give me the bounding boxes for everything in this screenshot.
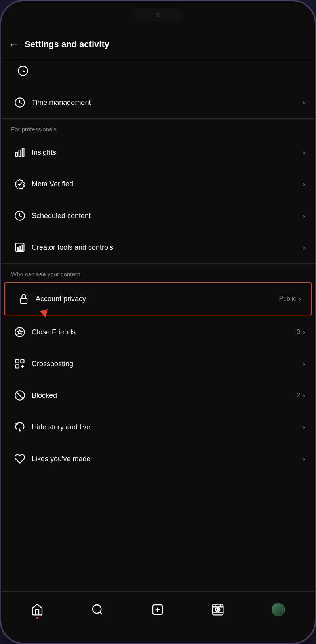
nav-home[interactable] (31, 603, 44, 616)
scheduled-content-label: Scheduled content (32, 212, 303, 220)
creator-tools-icon-container (11, 239, 29, 256)
time-management-right: › (303, 99, 305, 107)
nav-profile[interactable] (272, 603, 285, 616)
back-button[interactable]: ← (9, 39, 19, 50)
hide-story-item[interactable]: Hide story and live › (1, 411, 315, 443)
scheduled-content-chevron: › (303, 212, 305, 220)
svg-rect-13 (16, 360, 19, 363)
account-privacy-right: Public › (279, 295, 301, 303)
star-circle-icon (14, 327, 25, 338)
time-management-chevron: › (303, 99, 305, 107)
clock-partial-icon (17, 65, 29, 76)
close-friends-chevron: › (303, 328, 305, 336)
meta-verified-label: Meta Verified (32, 180, 303, 188)
creator-tools-item[interactable]: Creator tools and controls › (1, 232, 315, 263)
close-friends-item[interactable]: Close Friends 0 › (1, 316, 315, 348)
hide-story-chevron: › (303, 423, 305, 431)
svg-rect-7 (17, 248, 19, 250)
search-icon (91, 603, 104, 616)
time-management-label: Time management (32, 99, 303, 107)
profile-avatar (272, 603, 285, 616)
screen: ← Settings and activity (1, 1, 315, 643)
hide-story-icon-container (11, 418, 29, 436)
svg-point-23 (93, 605, 101, 613)
meta-verified-icon-container (11, 175, 29, 193)
account-privacy-value: Public (279, 295, 296, 302)
blocked-right: 2 › (297, 391, 305, 400)
creator-tools-right: › (303, 243, 305, 252)
blocked-label: Blocked (32, 391, 297, 400)
svg-rect-2 (16, 152, 18, 157)
lock-icon (18, 293, 29, 304)
hide-story-right: › (303, 423, 305, 431)
svg-rect-10 (21, 298, 27, 304)
svg-rect-8 (19, 247, 21, 250)
partial-item[interactable] (1, 58, 315, 87)
likes-icon-container (11, 450, 29, 467)
meta-verified-right: › (303, 180, 305, 188)
meta-verified-chevron: › (303, 180, 305, 188)
reels-icon (211, 603, 224, 616)
phone-notch (132, 8, 184, 21)
account-privacy-icon-container (15, 290, 32, 308)
insights-label: Insights (32, 148, 303, 157)
bar-chart-icon (14, 147, 25, 158)
account-privacy-item[interactable]: Account privacy Public › (4, 282, 312, 315)
block-icon (14, 390, 25, 401)
account-privacy-label: Account privacy (36, 295, 279, 303)
svg-rect-14 (21, 360, 24, 363)
nav-search[interactable] (91, 603, 104, 616)
likes-chevron: › (303, 455, 305, 463)
svg-rect-4 (22, 148, 24, 157)
for-professionals-header: For professionals (1, 119, 315, 137)
svg-line-19 (17, 392, 23, 399)
close-friends-right: 0 › (297, 328, 305, 336)
scheduled-clock-icon (14, 210, 25, 221)
close-friends-label: Close Friends (32, 328, 297, 336)
plus-square-icon (151, 603, 164, 616)
crossposting-icon-container (11, 355, 29, 372)
svg-marker-12 (17, 330, 22, 334)
creator-tools-chevron: › (303, 243, 305, 252)
scheduled-content-right: › (303, 212, 305, 220)
grid-plus-icon (14, 358, 25, 369)
main-content: ← Settings and activity (1, 1, 315, 591)
crossposting-right: › (303, 360, 305, 368)
crossposting-label: Crossposting (32, 360, 303, 368)
likes-item[interactable]: Likes you've made › (1, 443, 315, 475)
time-management-item[interactable]: Time management › (1, 87, 315, 118)
heart-icon (14, 453, 25, 464)
svg-rect-15 (16, 365, 19, 368)
blocked-value: 2 (297, 392, 300, 399)
partial-icon-container (11, 62, 29, 80)
time-management-icon-container (11, 94, 29, 111)
svg-point-21 (19, 430, 20, 431)
svg-line-24 (100, 612, 102, 614)
insights-chevron: › (303, 148, 305, 157)
page-title: Settings and activity (25, 39, 109, 49)
clock-icon (14, 97, 25, 108)
front-camera (156, 12, 160, 17)
nav-reels[interactable] (211, 603, 224, 616)
who-can-see-header: Who can see your content (1, 264, 315, 281)
account-privacy-chevron: › (299, 295, 301, 303)
svg-rect-3 (19, 150, 21, 156)
meta-verified-item[interactable]: Meta Verified › (1, 168, 315, 200)
nav-create[interactable] (151, 603, 164, 616)
verified-icon (14, 179, 25, 190)
scheduled-content-item[interactable]: Scheduled content › (1, 200, 315, 232)
bottom-nav (1, 591, 315, 643)
svg-point-30 (217, 609, 219, 610)
home-icon (31, 603, 44, 616)
insights-right: › (303, 148, 305, 157)
likes-right: › (303, 455, 305, 463)
home-active-dot (36, 617, 38, 619)
insights-icon-container (11, 144, 29, 161)
likes-label: Likes you've made (32, 455, 303, 463)
header: ← Settings and activity (1, 31, 315, 58)
blocked-item[interactable]: Blocked 2 › (1, 380, 315, 411)
crossposting-item[interactable]: Crossposting › (1, 348, 315, 380)
phone-frame: ← Settings and activity (0, 0, 316, 644)
hide-story-label: Hide story and live (32, 423, 303, 431)
insights-item[interactable]: Insights › (1, 137, 315, 168)
